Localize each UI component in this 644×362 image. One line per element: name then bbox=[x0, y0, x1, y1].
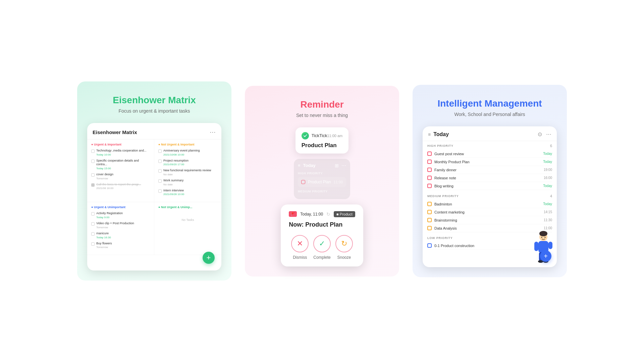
svg-rect-4 bbox=[534, 242, 538, 251]
quadrant-not-urgent-important: ● Not Urgent & Important Anniversary eve… bbox=[154, 139, 221, 202]
task-item: Work summary No date bbox=[158, 179, 217, 186]
task-time: Today 15:00 bbox=[96, 167, 150, 170]
task-time: 11:30 bbox=[544, 218, 552, 222]
svg-rect-5 bbox=[548, 242, 552, 249]
svg-point-11 bbox=[545, 237, 546, 238]
notif-app: TickTick bbox=[302, 132, 327, 139]
menu-icon: ≡ bbox=[428, 132, 431, 137]
task-name: Video clip + Post Production bbox=[96, 222, 134, 226]
task-checkbox[interactable] bbox=[158, 189, 162, 193]
task-checkbox[interactable] bbox=[91, 232, 95, 236]
task-time: Today 9:00 bbox=[96, 216, 123, 219]
task-name: Badminton bbox=[434, 202, 540, 206]
inner-task-checkbox[interactable] bbox=[301, 180, 305, 184]
task-name: Activity Registration bbox=[96, 212, 123, 216]
task-checkbox-high[interactable] bbox=[427, 160, 432, 164]
add-task-button[interactable]: + bbox=[540, 250, 551, 262]
quadrant-not-urgent-unimportant: ● Not Urgent & Unimp... No Tasks bbox=[154, 202, 221, 255]
dismiss-label: Dismiss bbox=[293, 255, 307, 260]
task-item: cover design Tomorrow bbox=[91, 173, 150, 180]
task-item: Buy flowers Tomorrow bbox=[91, 242, 150, 249]
task-checkbox[interactable] bbox=[91, 160, 95, 163]
mgmt-title: Today bbox=[433, 131, 449, 137]
task-checkbox[interactable] bbox=[158, 179, 162, 183]
quadrant-label-3: ● Urgent & Unimportant bbox=[91, 205, 150, 209]
task-name: Family dinner bbox=[434, 168, 541, 172]
task-name: cover design bbox=[96, 173, 113, 177]
task-checkbox[interactable] bbox=[158, 169, 162, 173]
task-item: Anniversary event planning 2021/10/08 10… bbox=[158, 149, 217, 156]
more-icon: ⋯ bbox=[341, 163, 346, 168]
inner-phone-header: ≡ Today ⊞ ⋯ bbox=[298, 163, 346, 168]
inner-task-time: 11:00 bbox=[334, 180, 343, 184]
task-item: manicure Today 16:30 bbox=[91, 232, 150, 239]
em-menu-icon[interactable]: ⋯ bbox=[210, 128, 216, 136]
add-task-button[interactable]: + bbox=[203, 252, 215, 264]
alert-task-name: Now: Product Plan bbox=[289, 221, 355, 228]
task-item: Blog writing Today bbox=[427, 182, 552, 190]
task-item: Intern interview 2021/09/28 10:00 bbox=[158, 189, 217, 196]
management-subtitle: Work, School and Personal affairs bbox=[454, 112, 525, 117]
task-checkbox[interactable] bbox=[91, 212, 95, 216]
management-phone: ≡ Today ⊙ ⋯ HIGH PRIORITY 6 Guest post r… bbox=[423, 126, 557, 267]
task-checkbox-checked[interactable] bbox=[91, 183, 95, 187]
task-time: 19:00 bbox=[544, 168, 552, 172]
quadrant-label-1: ● Urgent & Important bbox=[91, 143, 150, 146]
reminder-inner-phone: ≡ Today ⊞ ⋯ HIGH PRIORITY Product Plan 1… bbox=[294, 159, 350, 199]
task-item: Release note 16:00 bbox=[427, 174, 552, 182]
task-checkbox[interactable] bbox=[91, 222, 95, 226]
high-priority-section: HIGH PRIORITY 6 Guest post review Today … bbox=[423, 141, 557, 191]
alert-flag: 🚩 bbox=[289, 211, 297, 217]
reminder-notification: TickTick 11:00 am Product Plan bbox=[296, 127, 349, 154]
task-checkbox[interactable] bbox=[158, 149, 162, 153]
inner-task-row: Product Plan 11:00 bbox=[298, 177, 346, 187]
task-checkbox-high[interactable] bbox=[427, 152, 432, 156]
task-time: Tomorrow bbox=[96, 226, 134, 229]
task-checkbox-low[interactable] bbox=[427, 243, 432, 248]
task-time: 16:00 bbox=[544, 176, 552, 180]
task-checkbox[interactable] bbox=[91, 173, 95, 177]
task-checkbox[interactable] bbox=[91, 242, 95, 246]
complete-icon[interactable]: ✓ bbox=[313, 235, 331, 252]
mgmt-header: ≡ Today ⊙ ⋯ bbox=[423, 126, 557, 141]
task-item: Badminton Today bbox=[427, 200, 552, 208]
task-checkbox-medium[interactable] bbox=[427, 210, 432, 214]
medium-priority-header: MEDIUM PRIORITY 4 bbox=[427, 194, 552, 198]
task-item: Monthly Product Plan Today bbox=[427, 158, 552, 166]
task-item: Project resumption 2021/09/20 17:00 bbox=[158, 159, 217, 166]
alert-datetime: Today, 11:00 bbox=[300, 212, 323, 217]
snooze-icon[interactable]: ↻ bbox=[335, 235, 353, 252]
task-time: 14:15 bbox=[544, 210, 552, 214]
task-name: Buy flowers bbox=[96, 242, 112, 246]
task-checkbox[interactable] bbox=[91, 149, 95, 153]
task-name: Technology ,media cooperation and... bbox=[96, 149, 147, 153]
dismiss-action[interactable]: ✕ Dismiss bbox=[291, 235, 309, 260]
task-checkbox[interactable] bbox=[158, 160, 162, 163]
task-time: Today bbox=[543, 152, 552, 156]
task-checkbox-medium[interactable] bbox=[427, 218, 432, 222]
task-item: Call the boss to report the progr... 202… bbox=[91, 183, 150, 190]
low-priority-label: LOW PRIORITY bbox=[427, 236, 453, 240]
notif-app-name: TickTick bbox=[312, 133, 327, 138]
alert-list-badge: ■ Product bbox=[334, 211, 355, 217]
high-priority-header: HIGH PRIORITY 6 bbox=[427, 144, 552, 148]
alert-repeat-icon: ↻ bbox=[326, 212, 330, 217]
complete-action[interactable]: ✓ Complete bbox=[313, 235, 331, 260]
medium-priority-label: MEDIUM PRIORITY bbox=[427, 194, 459, 198]
snooze-action[interactable]: ↻ Snooze bbox=[335, 235, 353, 260]
em-header-title: Eisenhower Matrix bbox=[93, 129, 137, 135]
task-time: Today bbox=[543, 160, 552, 164]
task-checkbox-high[interactable] bbox=[427, 168, 432, 172]
task-checkbox-high[interactable] bbox=[427, 176, 432, 180]
task-name: Data Analysis bbox=[434, 226, 541, 230]
task-checkbox-medium[interactable] bbox=[427, 226, 432, 230]
task-item: New functional requirements review No da… bbox=[158, 169, 217, 176]
task-item: Specific cooperation details and contra.… bbox=[91, 159, 150, 170]
task-checkbox-high[interactable] bbox=[427, 184, 432, 188]
grid-icon: ⊞ bbox=[335, 163, 339, 168]
task-name: Specific cooperation details and contra.… bbox=[96, 159, 150, 167]
dismiss-icon[interactable]: ✕ bbox=[291, 235, 309, 252]
inner-today-label: Today bbox=[303, 163, 315, 168]
task-checkbox-medium[interactable] bbox=[427, 202, 432, 206]
task-time: 2021/09/28 10:00 bbox=[163, 193, 184, 196]
